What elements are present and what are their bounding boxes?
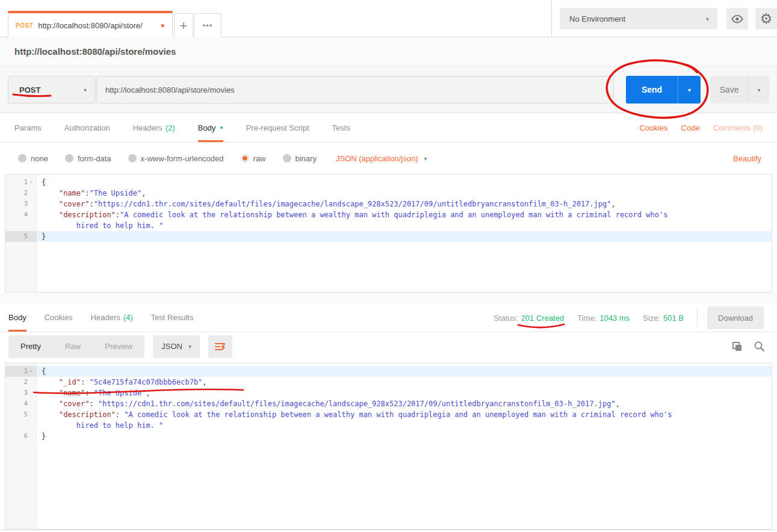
link-cookies[interactable]: Cookies	[640, 123, 668, 132]
response-tab-cookies[interactable]: Cookies	[45, 303, 73, 332]
view-preview[interactable]: Preview	[93, 335, 144, 358]
code-line[interactable]: 4 "description":"A comedic look at the r…	[5, 209, 772, 231]
code-line[interactable]: 4 "cover": "https://cdn1.thr.com/sites/d…	[5, 398, 772, 409]
environment-quicklook-button[interactable]	[726, 8, 748, 29]
view-raw[interactable]: Raw	[53, 335, 93, 358]
section-spacer	[0, 292, 777, 303]
code-token: "name"	[59, 389, 85, 397]
content-type-select[interactable]: JSON (application/json) ▾	[336, 154, 427, 163]
code-line[interactable]: 2 "name":"The Upside",	[5, 188, 772, 199]
radio-binary[interactable]: binary	[283, 154, 317, 163]
code-token: }	[42, 232, 46, 241]
response-tab-headers[interactable]: Headers(4)	[91, 303, 133, 332]
radio-label: none	[31, 154, 48, 163]
line-number-text: 4	[23, 398, 28, 409]
tab-url-label: http://localhost:8080/api/store/	[38, 21, 157, 30]
tab-tests[interactable]: Tests	[332, 113, 350, 142]
line-number-text: 5	[23, 409, 28, 420]
view-pretty[interactable]: Pretty	[8, 335, 53, 358]
code-content: "description": "A comedic look at the re…	[37, 409, 772, 431]
request-body-editor[interactable]: 1▾{2 "name":"The Upside",3 "cover":"http…	[5, 174, 772, 292]
line-number: 1▾	[5, 366, 37, 377]
url-input[interactable]	[96, 76, 614, 104]
code-line[interactable]: 3 "cover":"https://cdn1.thr.com/sites/de…	[5, 199, 772, 209]
search-button[interactable]	[754, 341, 765, 352]
send-options-button[interactable]: ▾	[678, 76, 701, 104]
radio-none[interactable]: none	[18, 154, 48, 163]
radio-raw[interactable]: raw	[241, 154, 266, 163]
response-tab-body[interactable]: Body	[8, 303, 26, 332]
save-button[interactable]: Save	[710, 76, 748, 104]
tab-pre-request-script[interactable]: Pre-request Script	[246, 113, 309, 142]
radio-x-www-form-urlencoded[interactable]: x-www-form-urlencoded	[128, 154, 224, 163]
copy-button[interactable]	[732, 341, 743, 352]
radio-label: raw	[253, 154, 266, 163]
tab-label: Params	[14, 123, 42, 132]
code-content: "name":"The Upside",	[37, 188, 772, 199]
response-tab-test-results[interactable]: Test Results	[151, 303, 194, 332]
request-tab[interactable]: POST http://localhost:8080/api/store/ ●	[8, 11, 173, 37]
tab-authorization[interactable]: Authorization	[64, 113, 110, 142]
code-line[interactable]: 2 "_id": "5c4e715fa74c07dbbb6ecb7b",	[5, 377, 772, 388]
tab-label: Tests	[332, 123, 350, 132]
line-number-text: 2	[23, 377, 28, 388]
radio-icon	[128, 154, 137, 162]
body-options-row: noneform-datax-www-form-urlencodedrawbin…	[0, 143, 777, 174]
postman-app: POST http://localhost:8080/api/store/ ● …	[0, 0, 777, 532]
code-token: "https://cdn1.thr.com/sites/default/file…	[98, 400, 616, 408]
tab-params[interactable]: Params	[14, 113, 42, 142]
fold-caret-icon: ▾	[28, 366, 34, 377]
line-number: 3	[5, 388, 37, 398]
code-token: "The Upside"	[94, 389, 146, 397]
request-links: CookiesCodeComments (0)	[627, 113, 777, 142]
code-token: ,	[146, 389, 150, 397]
new-tab-button[interactable]: +	[174, 13, 193, 37]
line-number-text: 6	[23, 431, 28, 442]
send-button[interactable]: Send	[626, 76, 678, 104]
response-body-editor[interactable]: 1▾{2 "_id": "5c4e715fa74c07dbbb6ecb7b",3…	[5, 363, 772, 530]
download-button[interactable]: Download	[707, 306, 764, 329]
code-token: :	[81, 378, 89, 386]
tab-headers[interactable]: Headers(2)	[133, 113, 175, 142]
line-number: 1▾	[5, 177, 37, 188]
more-tabs-button[interactable]: •••	[194, 13, 221, 37]
code-line[interactable]: 5 "description": "A comedic look at the …	[5, 409, 772, 431]
code-content: "cover": "https://cdn1.thr.com/sites/def…	[37, 398, 772, 409]
line-number-text: 5	[23, 231, 28, 242]
stat-value-size: 501 B	[663, 314, 684, 323]
code-token: "description"	[59, 211, 116, 219]
code-token: :	[89, 200, 93, 208]
radio-form-data[interactable]: form-data	[65, 154, 111, 163]
chevron-down-icon: ▾	[706, 16, 709, 22]
tab-body[interactable]: Body●	[198, 113, 223, 142]
settings-button[interactable]: ⚙	[755, 8, 777, 29]
code-token	[42, 211, 59, 219]
code-line[interactable]: 6}	[5, 431, 772, 442]
request-bar: POST ▾ Send ▾ Save ▾	[0, 66, 777, 113]
code-line[interactable]: 1▾{	[5, 177, 772, 188]
code-content: "description":"A comedic look at the rel…	[37, 209, 772, 231]
save-options-button[interactable]: ▾	[748, 76, 769, 104]
unsaved-dot-icon: ●	[161, 21, 165, 29]
line-number: 6	[5, 431, 37, 442]
code-line[interactable]: 3 "name": "The Upside",	[5, 388, 772, 398]
response-format-select[interactable]: JSON ▾	[153, 335, 200, 358]
code-content: }	[37, 231, 772, 242]
line-number-text: 3	[23, 199, 28, 209]
code-token: :	[89, 400, 98, 408]
method-select[interactable]: POST ▾	[8, 76, 96, 104]
environment-select[interactable]: No Environment ▾	[560, 8, 717, 29]
code-content: "_id": "5c4e715fa74c07dbbb6ecb7b",	[37, 377, 772, 388]
link-comments-0[interactable]: Comments (0)	[713, 123, 763, 132]
code-content: "name": "The Upside",	[37, 388, 772, 398]
radio-icon	[18, 154, 26, 162]
wrap-lines-button[interactable]	[208, 335, 232, 358]
radio-label: x-www-form-urlencoded	[141, 154, 224, 163]
line-number: 5	[5, 231, 37, 242]
link-code[interactable]: Code	[681, 123, 700, 132]
beautify-link[interactable]: Beautify	[733, 154, 761, 163]
fold-caret-icon: ▾	[28, 177, 34, 188]
line-number-text: 2	[23, 188, 28, 199]
code-line[interactable]: 1▾{	[5, 366, 772, 377]
code-line[interactable]: 5}	[5, 231, 772, 242]
